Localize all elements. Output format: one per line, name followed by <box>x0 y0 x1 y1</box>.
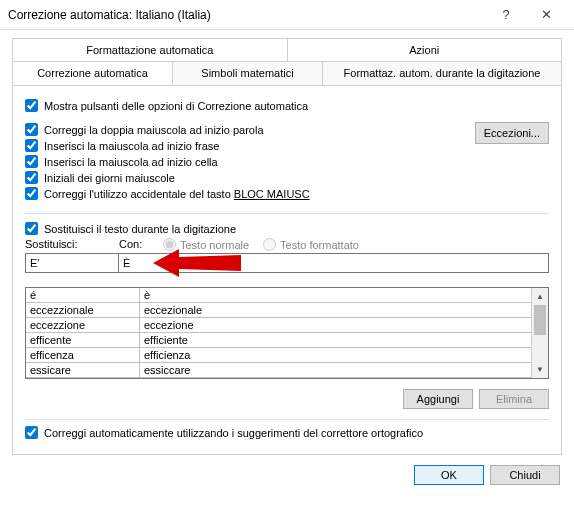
table-row[interactable]: efficenzaefficienza <box>26 348 531 363</box>
table-cell-from: efficenza <box>26 348 140 362</box>
formatted-text-radio-label: Testo formattato <box>280 239 359 251</box>
table-cell-from: eccezzionale <box>26 303 140 317</box>
tab-auto-formatting[interactable]: Formattazione automatica <box>13 39 288 61</box>
exceptions-button[interactable]: Eccezioni... <box>475 122 549 144</box>
auto-suggest-checkbox[interactable] <box>25 426 38 439</box>
tab-actions[interactable]: Azioni <box>288 39 562 61</box>
formatted-text-radio-wrap: Testo formattato <box>263 238 359 251</box>
table-cell-to: efficiente <box>140 333 531 347</box>
two-initial-caps-checkbox[interactable] <box>25 123 38 136</box>
autocorrect-table-body[interactable]: éèeccezzionaleeccezionaleeccezzioneeccez… <box>26 288 531 378</box>
capitalize-sentence-checkbox[interactable] <box>25 139 38 152</box>
close-button[interactable]: ✕ <box>526 1 566 29</box>
autocorrect-table: éèeccezzionaleeccezionaleeccezzioneeccez… <box>25 287 549 379</box>
table-cell-from: essicare <box>26 363 140 377</box>
scroll-up-button[interactable]: ▲ <box>532 288 548 305</box>
add-button[interactable]: Aggiungi <box>403 389 473 409</box>
delete-button: Elimina <box>479 389 549 409</box>
plain-text-radio-label: Testo normale <box>180 239 249 251</box>
with-column-header: Con: <box>119 238 163 251</box>
caps-lock-checkbox[interactable] <box>25 187 38 200</box>
table-cell-from: efficente <box>26 333 140 347</box>
table-cell-to: è <box>140 288 531 302</box>
tab-math-symbols[interactable]: Simboli matematici <box>173 62 323 85</box>
replace-column-header: Sostituisci: <box>25 238 119 251</box>
table-row[interactable]: éè <box>26 288 531 303</box>
auto-suggest-label: Correggi automaticamente utilizzando i s… <box>44 427 423 439</box>
scroll-down-button[interactable]: ▼ <box>532 361 548 378</box>
replace-while-typing-label: Sostituisci il testo durante la digitazi… <box>44 223 236 235</box>
capitalize-days-label: Iniziali dei giorni maiuscole <box>44 172 175 184</box>
table-row[interactable]: essicareessiccare <box>26 363 531 378</box>
table-row[interactable]: efficenteefficiente <box>26 333 531 348</box>
table-cell-to: eccezione <box>140 318 531 332</box>
capitalize-cell-label: Inserisci la maiuscola ad inizio cella <box>44 156 218 168</box>
ok-button[interactable]: OK <box>414 465 484 485</box>
titlebar: Correzione automatica: Italiano (Italia)… <box>0 0 574 30</box>
table-row[interactable]: eccezzionaleeccezionale <box>26 303 531 318</box>
two-initial-caps-label: Correggi la doppia maiuscola ad inizio p… <box>44 124 264 136</box>
show-buttons-label: Mostra pulsanti delle opzioni di Correzi… <box>44 100 308 112</box>
dialog-footer: OK Chiudi <box>0 455 574 495</box>
tab-format-typing[interactable]: Formattaz. autom. durante la digitazione <box>323 62 561 85</box>
table-scrollbar[interactable]: ▲ ▼ <box>531 288 548 378</box>
caps-lock-label: Correggi l'utilizzo accidentale del tast… <box>44 188 310 200</box>
help-button[interactable]: ? <box>486 1 526 29</box>
plain-text-radio <box>163 238 176 251</box>
formatted-text-radio <box>263 238 276 251</box>
scroll-thumb[interactable] <box>534 305 546 335</box>
with-input[interactable] <box>118 253 549 273</box>
table-cell-from: eccezzione <box>26 318 140 332</box>
table-cell-to: efficienza <box>140 348 531 362</box>
table-cell-to: eccezionale <box>140 303 531 317</box>
close-dialog-button[interactable]: Chiudi <box>490 465 560 485</box>
tabs-row-secondary: Formattazione automatica Azioni <box>12 38 562 61</box>
tab-autocorrect[interactable]: Correzione automatica <box>13 62 173 85</box>
show-buttons-checkbox[interactable] <box>25 99 38 112</box>
capitalize-days-checkbox[interactable] <box>25 171 38 184</box>
capitalize-cell-checkbox[interactable] <box>25 155 38 168</box>
table-cell-to: essiccare <box>140 363 531 377</box>
capitalize-sentence-label: Inserisci la maiuscola ad inizio frase <box>44 140 219 152</box>
table-row[interactable]: eccezzioneeccezione <box>26 318 531 333</box>
tabs-row-primary: Correzione automatica Simboli matematici… <box>12 61 562 86</box>
replace-while-typing-checkbox[interactable] <box>25 222 38 235</box>
window-title: Correzione automatica: Italiano (Italia) <box>8 8 486 22</box>
plain-text-radio-wrap: Testo normale <box>163 238 249 251</box>
scroll-track[interactable] <box>532 305 548 361</box>
replace-input[interactable] <box>25 253 119 273</box>
tab-panel-autocorrect: Mostra pulsanti delle opzioni di Correzi… <box>12 86 562 455</box>
table-cell-from: é <box>26 288 140 302</box>
